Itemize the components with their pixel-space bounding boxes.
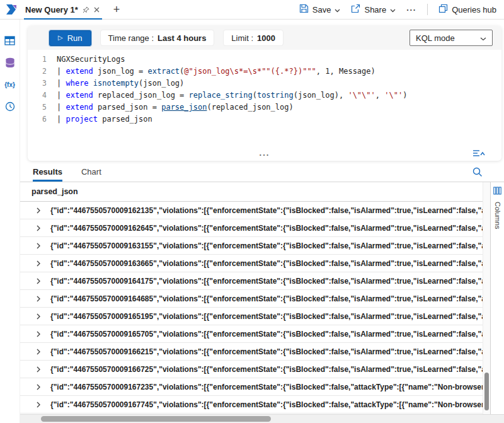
topbar-actions: Save Share ··· Queries hub (299, 4, 504, 15)
row-expand-chevron-icon[interactable] (35, 331, 42, 337)
pane-splitter[interactable]: ... (28, 149, 501, 161)
row-expand-chevron-icon[interactable] (35, 313, 42, 320)
search-icon[interactable] (472, 167, 483, 177)
row-expand-chevron-icon[interactable] (35, 349, 42, 355)
table-row[interactable]: {"id":"4467550570009166725","violations"… (20, 361, 483, 378)
query-card: ▷ Run Time range : Last 4 hours Limit : … (28, 26, 501, 161)
row-json-text: {"id":"4467550570009164685","violations"… (50, 294, 483, 303)
row-json-text: {"id":"4467550570009167745","violations"… (50, 400, 483, 409)
table-row[interactable]: {"id":"4467550570009167745","violations"… (20, 396, 483, 414)
results-panel: Results Chart parsed_json {"id":"4467550… (20, 161, 504, 414)
app-logo-icon (5, 3, 18, 16)
code-line[interactable]: NGXSecurityLogs (57, 54, 501, 66)
code-line[interactable]: | extend parsed_json = parse_json(replac… (57, 101, 501, 113)
save-button[interactable]: Save (299, 4, 341, 15)
columns-panel-label: Columns (494, 202, 501, 229)
pin-icon[interactable] (83, 6, 89, 13)
code-token: | (57, 91, 66, 100)
connections-table-icon[interactable] (4, 35, 16, 46)
collapse-editor-button[interactable] (472, 149, 485, 158)
query-editor[interactable]: 123456 NGXSecurityLogs| extend json_log … (28, 50, 501, 149)
table-row[interactable]: {"id":"4467550570009163665","violations"… (20, 255, 483, 272)
code-token: NGXSecurityLogs (57, 55, 125, 64)
tab-new-query[interactable]: New Query 1* (24, 0, 106, 19)
more-icon: ··· (406, 5, 416, 14)
row-expand-chevron-icon[interactable] (35, 402, 42, 408)
time-range-value: Last 4 hours (158, 33, 206, 43)
splitter-handle[interactable]: ... (260, 148, 270, 158)
row-expand-chevron-icon[interactable] (35, 207, 42, 214)
line-number: 6 (28, 113, 57, 125)
limit-label: Limit : (231, 33, 253, 43)
line-number: 3 (28, 78, 57, 90)
code-token: | (57, 79, 66, 88)
kql-mode-dropdown[interactable]: KQL mode (410, 30, 493, 46)
horizontal-scrollbar-thumb[interactable] (41, 416, 271, 422)
row-expand-chevron-icon[interactable] (35, 243, 42, 249)
tab-chart[interactable]: Chart (81, 167, 101, 182)
table-row[interactable]: {"id":"4467550570009165705","violations"… (20, 325, 483, 343)
share-button[interactable]: Share (351, 4, 396, 15)
row-expand-chevron-icon[interactable] (35, 296, 42, 302)
row-json-text: {"id":"4467550570009163155","violations"… (50, 241, 483, 250)
code-line[interactable]: | where isnotempty(json_log) (57, 78, 501, 90)
table-row[interactable]: {"id":"4467550570009164685","violations"… (20, 290, 483, 308)
top-bar: New Query 1* + Save Share ··· (0, 0, 504, 20)
code-token: project (66, 115, 98, 124)
columns-panel-collapsed[interactable]: Columns (490, 182, 504, 414)
row-json-text: {"id":"4467550570009167235","violations"… (50, 383, 483, 391)
row-json-text: {"id":"4467550570009166215","violations"… (50, 347, 483, 356)
query-toolbar: ▷ Run Time range : Last 4 hours Limit : … (28, 26, 501, 50)
table-row[interactable]: {"id":"4467550570009167235","violations"… (20, 378, 483, 396)
row-json-text: {"id":"4467550570009166725","violations"… (50, 365, 483, 374)
queries-hub-button[interactable]: Queries hub (438, 4, 496, 15)
row-expand-chevron-icon[interactable] (35, 366, 42, 373)
new-tab-button[interactable]: + (113, 4, 120, 15)
grid-rows: {"id":"4467550570009162135","violations"… (20, 202, 483, 414)
table-row[interactable]: {"id":"4467550570009166215","violations"… (20, 343, 483, 361)
code-line[interactable]: | project parsed_json (57, 113, 501, 125)
more-button[interactable]: ··· (406, 5, 416, 14)
functions-icon[interactable]: {fx} (4, 79, 16, 90)
database-icon[interactable] (4, 57, 16, 68)
table-row[interactable]: {"id":"4467550570009164175","violations"… (20, 272, 483, 290)
table-row[interactable]: {"id":"4467550570009163155","violations"… (20, 237, 483, 255)
code-line[interactable]: | extend json_log = extract(@"json_log\s… (57, 66, 501, 78)
table-row[interactable]: {"id":"4467550570009162135","violations"… (20, 202, 483, 219)
limit-picker[interactable]: Limit : 1000 (223, 30, 284, 46)
row-json-text: {"id":"4467550570009165195","violations"… (50, 312, 483, 321)
horizontal-scrollbar[interactable] (20, 414, 504, 423)
column-header-parsed-json[interactable]: parsed_json (20, 182, 483, 202)
code-area[interactable]: NGXSecurityLogs| extend json_log = extra… (57, 54, 501, 149)
table-row[interactable]: {"id":"4467550570009165195","violations"… (20, 308, 483, 325)
code-token: | (57, 67, 66, 76)
code-token: '\"' (384, 91, 403, 100)
row-expand-chevron-icon[interactable] (35, 260, 42, 267)
query-history-icon[interactable] (4, 101, 16, 112)
table-row[interactable]: {"id":"4467550570009162645","violations"… (20, 219, 483, 237)
code-token: (replaced_json_log) (207, 103, 293, 112)
vertical-scrollbar[interactable] (483, 182, 490, 414)
line-number: 2 (28, 66, 57, 78)
code-token: parsed_json = (93, 103, 161, 112)
play-icon: ▷ (58, 35, 63, 41)
tab-results[interactable]: Results (33, 167, 62, 182)
close-tab-icon[interactable] (94, 7, 100, 13)
chevron-down-icon (335, 5, 340, 14)
code-line[interactable]: | extend replaced_json_log = replace_str… (57, 90, 501, 101)
code-token: , 1, Message) (316, 67, 375, 76)
run-button[interactable]: ▷ Run (49, 30, 91, 46)
share-icon (351, 4, 360, 15)
code-token: parsed_json (98, 115, 152, 124)
row-expand-chevron-icon[interactable] (35, 384, 42, 390)
time-range-picker[interactable]: Time range : Last 4 hours (100, 30, 215, 46)
row-expand-chevron-icon[interactable] (35, 278, 42, 284)
save-label: Save (312, 5, 331, 14)
app-window: New Query 1* + Save Share ··· (0, 0, 504, 423)
code-token: (json_log), (294, 91, 348, 100)
code-token: extend (66, 67, 93, 76)
vertical-scrollbar-thumb[interactable] (484, 373, 489, 410)
queries-hub-icon (438, 4, 448, 15)
code-token: replaced_json_log = (93, 91, 189, 100)
row-expand-chevron-icon[interactable] (35, 225, 42, 231)
